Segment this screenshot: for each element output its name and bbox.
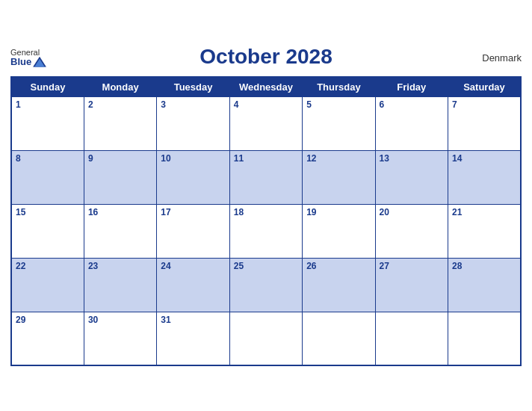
calendar-header: General Blue October 2028 Denmark xyxy=(10,42,522,73)
day-number: 28 xyxy=(452,261,516,271)
day-number: 22 xyxy=(16,261,80,271)
col-wednesday: Wednesday xyxy=(229,77,302,97)
calendar-cell: 12 xyxy=(303,150,375,204)
day-number: 29 xyxy=(16,315,80,325)
month-title: October 2028 xyxy=(200,45,332,69)
calendar-cell: 1 xyxy=(11,96,84,150)
day-number: 25 xyxy=(234,261,298,271)
calendar-cell xyxy=(229,312,302,365)
calendar-cell: 13 xyxy=(375,150,448,204)
col-monday: Monday xyxy=(84,77,156,97)
calendar-week-row: 15161718192021 xyxy=(11,204,521,258)
country-label: Denmark xyxy=(482,52,522,63)
col-thursday: Thursday xyxy=(303,77,375,97)
day-number: 26 xyxy=(306,261,371,271)
calendar-week-row: 22232425262728 xyxy=(11,258,521,312)
day-number: 7 xyxy=(452,99,516,110)
calendar-container: General Blue October 2028 Denmark Sunday… xyxy=(0,34,532,377)
day-number: 14 xyxy=(452,153,516,164)
calendar-cell: 29 xyxy=(11,312,84,365)
day-number: 16 xyxy=(88,207,152,217)
day-number: 1 xyxy=(16,99,80,110)
day-number: 24 xyxy=(161,261,225,271)
calendar-cell: 11 xyxy=(229,150,302,204)
calendar-cell xyxy=(448,312,521,365)
day-number: 5 xyxy=(306,99,371,110)
calendar-cell: 23 xyxy=(84,258,156,312)
logo-area: General Blue xyxy=(10,48,46,67)
calendar-cell: 19 xyxy=(303,204,375,258)
day-number: 13 xyxy=(380,153,444,164)
calendar-cell: 8 xyxy=(11,150,84,204)
day-number: 11 xyxy=(234,153,298,164)
day-number: 8 xyxy=(16,153,80,164)
calendar-cell: 22 xyxy=(11,258,84,312)
day-number: 27 xyxy=(380,261,444,271)
calendar-cell xyxy=(375,312,448,365)
calendar-week-row: 293031 xyxy=(11,312,521,365)
day-number: 15 xyxy=(16,207,80,217)
day-number: 6 xyxy=(380,99,444,110)
calendar-cell xyxy=(303,312,375,365)
day-number: 2 xyxy=(88,99,152,110)
day-number: 4 xyxy=(234,99,298,110)
calendar-cell: 6 xyxy=(375,96,448,150)
day-number: 17 xyxy=(161,207,225,217)
weekday-header-row: Sunday Monday Tuesday Wednesday Thursday… xyxy=(11,77,521,97)
calendar-cell: 14 xyxy=(448,150,521,204)
calendar-cell: 25 xyxy=(229,258,302,312)
calendar-table: Sunday Monday Tuesday Wednesday Thursday… xyxy=(10,76,522,367)
day-number: 21 xyxy=(452,207,516,217)
col-saturday: Saturday xyxy=(448,77,521,97)
col-tuesday: Tuesday xyxy=(157,77,229,97)
day-number: 19 xyxy=(306,207,371,217)
calendar-cell: 27 xyxy=(375,258,448,312)
day-number: 3 xyxy=(161,99,225,110)
day-number: 30 xyxy=(88,315,152,325)
calendar-cell: 18 xyxy=(229,204,302,258)
col-sunday: Sunday xyxy=(11,77,84,97)
day-number: 31 xyxy=(161,315,225,325)
calendar-cell: 21 xyxy=(448,204,521,258)
calendar-cell: 26 xyxy=(303,258,375,312)
calendar-cell: 15 xyxy=(11,204,84,258)
calendar-cell: 5 xyxy=(303,96,375,150)
calendar-cell: 28 xyxy=(448,258,521,312)
logo-icon xyxy=(33,57,46,67)
day-number: 10 xyxy=(161,153,225,164)
day-number: 20 xyxy=(380,207,444,217)
logo-blue-text: Blue xyxy=(10,57,31,67)
calendar-cell: 24 xyxy=(157,258,229,312)
day-number: 18 xyxy=(234,207,298,217)
calendar-cell: 7 xyxy=(448,96,521,150)
calendar-cell: 31 xyxy=(157,312,229,365)
calendar-cell: 4 xyxy=(229,96,302,150)
calendar-cell: 16 xyxy=(84,204,156,258)
calendar-cell: 3 xyxy=(157,96,229,150)
calendar-cell: 20 xyxy=(375,204,448,258)
col-friday: Friday xyxy=(375,77,448,97)
calendar-cell: 2 xyxy=(84,96,156,150)
calendar-cell: 30 xyxy=(84,312,156,365)
day-number: 23 xyxy=(88,261,152,271)
day-number: 12 xyxy=(306,153,371,164)
calendar-week-row: 1234567 xyxy=(11,96,521,150)
calendar-cell: 9 xyxy=(84,150,156,204)
calendar-cell: 10 xyxy=(157,150,229,204)
calendar-cell: 17 xyxy=(157,204,229,258)
day-number: 9 xyxy=(88,153,152,164)
calendar-week-row: 891011121314 xyxy=(11,150,521,204)
